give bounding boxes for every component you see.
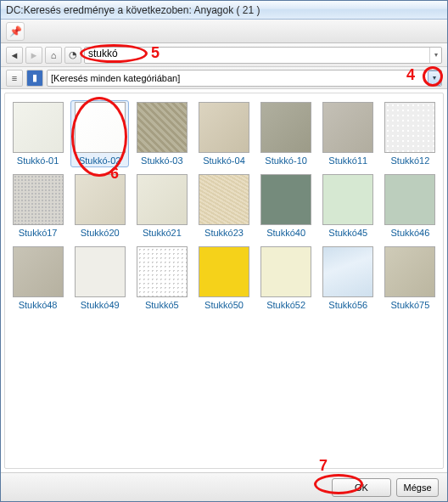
material-item[interactable]: Stukkó20 [70,172,129,240]
material-item[interactable]: Stukkó48 [8,245,67,312]
material-label: Stukkó50 [204,300,244,310]
material-label: Stukkó46 [390,228,429,238]
window-title: DC:Keresés eredménye a következoben: Any… [6,4,260,16]
dialog-window: DC:Keresés eredménye a következoben: Any… [0,0,448,502]
material-swatch [137,174,188,225]
material-swatch [137,102,188,153]
category-text: [Keresés minden kategóriában] [51,73,180,83]
material-item[interactable]: Stukkó-01 [8,100,67,167]
material-label: Stukkó-04 [203,155,245,166]
material-swatch [384,174,435,225]
material-item[interactable]: Stukkó-10 [257,100,316,167]
material-label: Stukkó20 [81,228,120,238]
material-swatch [322,246,373,297]
cancel-button[interactable]: Mégse [396,478,439,497]
material-item[interactable]: Stukkó11 [319,100,378,167]
material-label: Stukkó5 [145,300,179,310]
material-item[interactable]: Stukkó50 [194,245,253,312]
results-grid: Stukkó-01Stukkó-02Stukkó-03Stukkó-04Stuk… [8,100,440,312]
forward-button[interactable]: ► [25,47,42,64]
material-label: Stukkó56 [328,300,367,310]
material-swatch [199,174,249,225]
back-button[interactable]: ◄ [6,47,23,64]
material-item[interactable]: Stukkó40 [257,172,316,240]
material-label: Stukkó-10 [265,155,307,166]
material-label: Stukkó-02 [79,155,121,166]
material-swatch [75,102,126,153]
results-panel: Stukkó-01Stukkó-02Stukkó-03Stukkó-04Stuk… [4,93,444,469]
material-label: Stukkó75 [390,300,429,310]
material-label: Stukkó21 [143,228,182,238]
material-label: Stukkó45 [328,228,367,238]
material-label: Stukkó49 [81,300,120,310]
material-item[interactable]: Stukkó75 [381,245,440,312]
material-item[interactable]: Stukkó46 [381,172,440,240]
nav-toolbar: ◄ ► ⌂ ◔ stukkó ▾ [1,43,447,67]
material-item[interactable]: Stukkó-03 [132,100,191,167]
material-item[interactable]: Stukkó52 [257,245,316,312]
titlebar: DC:Keresés eredménye a következoben: Any… [1,1,447,20]
material-swatch [384,246,435,297]
category-select[interactable]: [Keresés minden kategóriában] ▾ [47,70,442,87]
material-item[interactable]: Stukkó-02 [70,100,129,167]
search-value: stukkó [88,48,118,59]
material-label: Stukkó12 [390,155,429,166]
material-swatch [384,102,435,153]
material-swatch [322,102,373,153]
pin-icon[interactable]: 📌 [6,22,25,41]
category-dropdown-icon[interactable]: ▾ [428,71,441,86]
material-item[interactable]: Stukkó-04 [194,100,253,167]
material-item[interactable]: Stukkó12 [381,100,440,167]
ribbon-area: 📌 [1,20,447,43]
material-swatch [199,246,249,297]
material-swatch [13,174,64,225]
material-swatch [260,174,311,225]
material-swatch [260,246,311,297]
search-input[interactable]: stukkó ▾ [84,47,442,64]
material-label: Stukkó40 [266,228,305,238]
material-label: Stukkó11 [328,155,367,166]
material-swatch [199,102,249,153]
material-label: Stukkó-01 [17,155,59,166]
home-button[interactable]: ⌂ [45,47,62,64]
dialog-footer: OK Mégse [1,472,447,501]
material-label: Stukkó23 [204,228,244,238]
material-item[interactable]: Stukkó23 [194,172,253,240]
material-label: Stukkó-03 [141,155,183,166]
material-swatch [260,102,311,153]
material-swatch [75,174,126,225]
material-swatch [322,174,373,225]
material-swatch [137,246,188,297]
material-item[interactable]: Stukkó21 [132,172,191,240]
material-label: Stukkó17 [19,228,58,238]
search-dropdown-icon[interactable]: ▾ [429,48,441,63]
material-item[interactable]: Stukkó56 [319,245,378,312]
material-label: Stukkó52 [266,300,305,310]
material-swatch [13,102,64,153]
material-swatch [13,246,64,297]
material-item[interactable]: Stukkó17 [8,172,67,240]
material-item[interactable]: Stukkó45 [319,172,378,240]
material-swatch [75,246,126,297]
ok-button[interactable]: OK [332,478,391,497]
category-icon[interactable]: ▮ [26,70,43,87]
history-button[interactable]: ◔ [64,47,81,64]
material-item[interactable]: Stukkó5 [132,245,191,312]
material-label: Stukkó48 [19,300,58,310]
material-item[interactable]: Stukkó49 [70,245,129,312]
list-view-icon[interactable]: ≡ [6,70,23,87]
category-toolbar: ≡ ▮ [Keresés minden kategóriában] ▾ [1,67,447,89]
